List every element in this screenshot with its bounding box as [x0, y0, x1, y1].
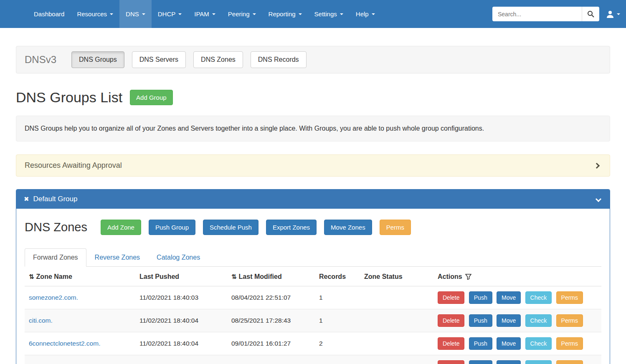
zone-link[interactable]: somezone2.com.: [29, 294, 78, 301]
check-button[interactable]: Check: [525, 314, 552, 327]
nav-label: Settings: [314, 10, 337, 18]
move-zones-button[interactable]: Move Zones: [324, 220, 372, 235]
move-button[interactable]: Move: [497, 314, 521, 327]
schedule-push-button[interactable]: Schedule Push: [203, 220, 259, 235]
last-modified-cell: 08/04/2021 22:51:07: [227, 286, 315, 309]
col-header-last-modified[interactable]: Last Modified: [239, 273, 282, 280]
tab-reverse-zones[interactable]: Reverse Zones: [86, 248, 149, 267]
user-menu[interactable]: [606, 10, 620, 18]
zone-link[interactable]: citi.com.: [29, 317, 53, 324]
col-header-last-pushed[interactable]: Last Pushed: [139, 273, 179, 280]
nav-reporting[interactable]: Reporting: [262, 0, 308, 28]
zone-status-cell: [360, 332, 433, 355]
move-button[interactable]: Move: [497, 337, 521, 350]
page-description: DNS Groups help you to organize all of y…: [16, 116, 610, 142]
table-row: somezone2.com. 11/02/2021 18:40:03 08/04…: [25, 286, 601, 309]
zone-status-cell: [360, 355, 433, 364]
nav-label: Peering: [228, 10, 250, 18]
resources-awaiting-approval-panel[interactable]: Resources Awaiting Approval: [16, 154, 610, 177]
sort-icon[interactable]: ⇅: [29, 273, 34, 280]
default-group-panel: ✖ Default Group DNS Zones Add Zone Push …: [16, 189, 610, 364]
sort-icon[interactable]: ⇅: [231, 273, 237, 280]
chevron-down-icon: [340, 13, 343, 15]
zone-status-cell: [360, 309, 433, 332]
push-button[interactable]: Push: [469, 360, 492, 364]
check-button[interactable]: Check: [525, 360, 552, 364]
nav-settings[interactable]: Settings: [308, 0, 350, 28]
approval-panel-title: Resources Awaiting Approval: [25, 161, 122, 170]
col-header-records[interactable]: Records: [319, 273, 346, 280]
push-button[interactable]: Push: [469, 314, 492, 327]
nav-label: Help: [356, 10, 369, 18]
table-row: 6connectclonetest2.com. 11/02/2021 18:40…: [25, 332, 601, 355]
tab-dns-servers[interactable]: DNS Servers: [132, 51, 186, 68]
dns-zones-title: DNS Zones: [25, 220, 87, 234]
filter-icon[interactable]: [465, 274, 471, 280]
push-button[interactable]: Push: [469, 291, 492, 304]
delete-button[interactable]: Delete: [438, 360, 464, 364]
chevron-down-icon: [212, 13, 215, 15]
chevron-right-icon[interactable]: [594, 162, 600, 168]
nav-label: Reporting: [269, 10, 296, 18]
export-zones-button[interactable]: Export Zones: [266, 220, 317, 235]
nav-resources[interactable]: Resources: [71, 0, 119, 28]
nav-dhcp[interactable]: DHCP: [152, 0, 188, 28]
chevron-down-icon: [142, 13, 145, 15]
tab-catalog-zones[interactable]: Catalog Zones: [148, 248, 208, 267]
last-modified-cell: 10/26/2021 20:32:57: [227, 355, 315, 364]
zone-status-cell: [360, 286, 433, 309]
search-button[interactable]: [582, 7, 599, 21]
group-panel-header[interactable]: ✖ Default Group: [16, 190, 610, 209]
records-cell: 1: [315, 286, 360, 309]
nav-peering[interactable]: Peering: [222, 0, 262, 28]
perms-row-button[interactable]: Perms: [556, 360, 583, 364]
add-group-button[interactable]: Add Group: [130, 90, 173, 105]
tab-dns-groups[interactable]: DNS Groups: [71, 51, 124, 68]
push-group-button[interactable]: Push Group: [149, 220, 195, 235]
col-header-zone-name[interactable]: Zone Name: [36, 273, 72, 280]
perms-row-button[interactable]: Perms: [556, 291, 583, 304]
top-navbar: Dashboard Resources DNS DHCP IPAM Peerin…: [0, 0, 626, 28]
nav-help[interactable]: Help: [350, 0, 381, 28]
delete-button[interactable]: Delete: [438, 291, 464, 304]
delete-button[interactable]: Delete: [438, 337, 464, 350]
collapse-toggle[interactable]: [596, 195, 602, 203]
chevron-down-icon: [253, 13, 256, 15]
zones-table: ⇅Zone Name Last Pushed ⇅Last Modified Re…: [25, 267, 601, 364]
last-pushed-cell: 11/02/2021 18:40:04: [135, 309, 227, 332]
dnsv3-brand: DNSv3: [25, 54, 56, 66]
group-panel-title: Default Group: [33, 195, 78, 203]
records-cell: 2: [315, 332, 360, 355]
search-icon: [587, 10, 594, 18]
user-icon: [606, 10, 614, 18]
records-cell: 1: [315, 355, 360, 364]
delete-button[interactable]: Delete: [438, 314, 464, 327]
move-button[interactable]: Move: [497, 360, 521, 364]
table-row: citi.com. 11/02/2021 18:40:04 08/25/2021…: [25, 309, 601, 332]
perms-row-button[interactable]: Perms: [556, 337, 583, 350]
last-modified-cell: 08/25/2021 17:28:43: [227, 309, 315, 332]
page-title: DNS Groups List: [16, 89, 122, 106]
close-icon[interactable]: ✖: [24, 195, 29, 203]
tab-dns-zones[interactable]: DNS Zones: [193, 51, 243, 68]
col-header-zone-status[interactable]: Zone Status: [364, 273, 403, 280]
move-button[interactable]: Move: [497, 291, 521, 304]
nav-dashboard[interactable]: Dashboard: [28, 0, 71, 28]
zone-link[interactable]: 6connectclonetest2.com.: [29, 340, 100, 347]
push-button[interactable]: Push: [469, 337, 492, 350]
check-button[interactable]: Check: [525, 337, 552, 350]
perms-row-button[interactable]: Perms: [556, 314, 583, 327]
add-zone-button[interactable]: Add Zone: [101, 220, 141, 235]
search-input[interactable]: [492, 7, 582, 21]
zone-tabs: Forward Zones Reverse Zones Catalog Zone…: [25, 248, 601, 267]
check-button[interactable]: Check: [525, 291, 552, 304]
tab-forward-zones[interactable]: Forward Zones: [25, 248, 86, 267]
nav-ipam[interactable]: IPAM: [188, 0, 222, 28]
chevron-down-icon: [110, 13, 113, 15]
perms-button[interactable]: Perms: [380, 220, 411, 235]
tab-dns-records[interactable]: DNS Records: [251, 51, 307, 68]
nav-dns[interactable]: DNS: [119, 0, 152, 28]
chevron-down-icon: [299, 13, 302, 15]
last-pushed-cell: 11/02/2021 18:40:03: [135, 286, 227, 309]
search-group: [492, 7, 599, 21]
